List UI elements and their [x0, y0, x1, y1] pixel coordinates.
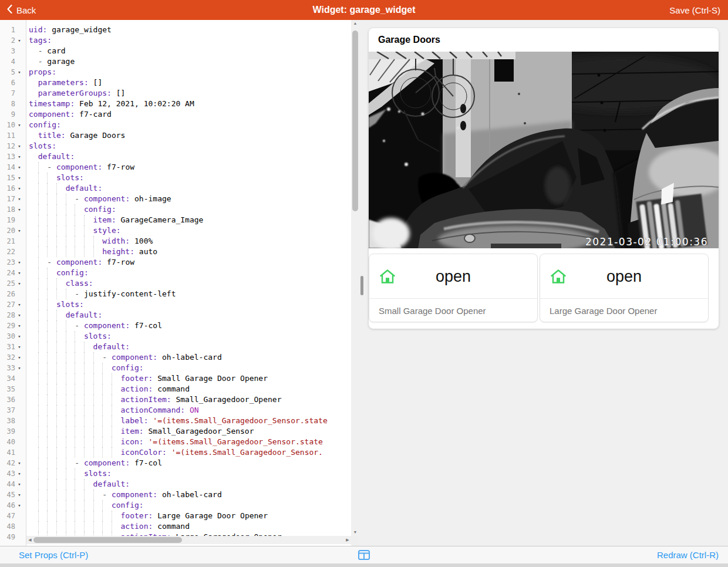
code-editor[interactable]: 1uid: garage_widget2▾tags:3 - card4 - ga…: [0, 20, 359, 546]
fold-toggle[interactable]: ▾: [15, 35, 23, 46]
code-line[interactable]: 36 actionItem: Small_Garagedoor_Opener: [0, 394, 351, 405]
fold-toggle[interactable]: ▾: [15, 458, 23, 468]
fold-toggle[interactable]: ▾: [15, 352, 23, 363]
code-line[interactable]: 26 - justify-content-left: [0, 289, 351, 299]
code-text: actionCommand: ON: [29, 406, 199, 414]
editor-vertical-scrollbar[interactable]: ▲ ▼: [351, 20, 359, 536]
code-line[interactable]: 11 title: Garage Doors: [0, 130, 351, 141]
fold-toggle[interactable]: ▾: [15, 320, 23, 331]
code-line[interactable]: 34 footer: Small Garage Door Opener: [0, 373, 351, 384]
code-line[interactable]: 18▾ config:: [0, 204, 351, 215]
code-line[interactable]: 41 iconColor: '=(items.Small_Garagedoor_…: [0, 447, 351, 458]
code-line[interactable]: 7 parameterGroups: []: [0, 88, 351, 99]
code-text: uid: garage_widget: [29, 25, 112, 34]
back-button[interactable]: Back: [7, 5, 36, 15]
code-line[interactable]: 25▾ class:: [0, 278, 351, 289]
code-line[interactable]: 20▾ style:: [0, 225, 351, 236]
code-line[interactable]: 10▾config:: [0, 120, 351, 130]
fold-toggle[interactable]: ▾: [15, 151, 23, 162]
fold-toggle[interactable]: ▾: [15, 225, 23, 236]
fold-toggle[interactable]: ▾: [15, 120, 23, 130]
code-line[interactable]: 32▾ - component: oh-label-card: [0, 352, 351, 363]
fold-toggle[interactable]: ▾: [15, 141, 23, 151]
fold-toggle[interactable]: ▾: [15, 278, 23, 289]
horizontal-scroll-thumb[interactable]: [33, 537, 182, 543]
code-line[interactable]: 48 action: command: [0, 521, 351, 532]
code-text: item: Small_Garagedoor_Sensor: [29, 427, 254, 436]
fold-toggle[interactable]: ▾: [15, 479, 23, 490]
vertical-scroll-thumb[interactable]: [352, 31, 358, 211]
scroll-left-arrow-icon[interactable]: ◀: [26, 536, 33, 544]
fold-toggle[interactable]: ▾: [15, 331, 23, 342]
back-label: Back: [16, 5, 36, 15]
fold-toggle[interactable]: ▾: [15, 342, 23, 352]
code-line[interactable]: 22 height: auto: [0, 247, 351, 257]
code-line[interactable]: 44▾ default:: [0, 479, 351, 490]
save-button[interactable]: Save (Ctrl-S): [669, 5, 720, 15]
code-line[interactable]: 29▾ - component: f7-col: [0, 320, 351, 331]
fold-toggle[interactable]: ▾: [15, 500, 23, 511]
code-line[interactable]: 28▾ default:: [0, 310, 351, 320]
small-garage-opener-card[interactable]: open Small Garage Door Opener: [369, 254, 538, 322]
fold-toggle[interactable]: ▾: [15, 363, 23, 373]
fold-toggle[interactable]: ▾: [15, 204, 23, 215]
scroll-down-arrow-icon[interactable]: ▼: [351, 529, 359, 536]
code-line[interactable]: 3 - card: [0, 46, 351, 56]
opener-state-label: open: [369, 254, 537, 299]
code-line[interactable]: 27▾ slots:: [0, 299, 351, 310]
code-line[interactable]: 47 footer: Large Garage Door Opener: [0, 511, 351, 521]
opener-card-top: open: [540, 254, 708, 299]
code-line[interactable]: 19 item: GarageCamera_Image: [0, 215, 351, 225]
code-line[interactable]: 6 parameters: []: [0, 77, 351, 88]
redraw-button[interactable]: Redraw (Ctrl-R): [657, 550, 719, 560]
fold-toggle[interactable]: ▾: [15, 67, 23, 77]
fold-toggle[interactable]: ▾: [15, 268, 23, 278]
code-line[interactable]: 14▾ - component: f7-row: [0, 162, 351, 173]
scroll-right-arrow-icon[interactable]: ▶: [344, 536, 351, 544]
code-line[interactable]: 43▾ slots:: [0, 468, 351, 479]
code-text: - component: oh-image: [29, 194, 171, 203]
code-line[interactable]: 23▾ - component: f7-row: [0, 257, 351, 268]
code-line[interactable]: 2▾tags:: [0, 35, 351, 46]
editor-horizontal-scrollbar[interactable]: ◀ ▶: [26, 536, 351, 544]
pane-splitter-handle[interactable]: [360, 276, 363, 295]
line-number: 28: [1, 310, 15, 320]
code-line[interactable]: 38 label: '=(items.Small_Garagedoor_Sens…: [0, 416, 351, 426]
code-line[interactable]: 1uid: garage_widget: [0, 25, 351, 35]
fold-toggle[interactable]: ▾: [15, 173, 23, 183]
code-line[interactable]: 31▾ default:: [0, 342, 351, 352]
code-line[interactable]: 40 icon: '=(items.Small_Garagedoor_Senso…: [0, 437, 351, 447]
set-props-button[interactable]: Set Props (Ctrl-P): [19, 550, 88, 560]
code-line[interactable]: 24▾ config:: [0, 268, 351, 278]
fold-toggle[interactable]: ▾: [15, 194, 23, 204]
code-line[interactable]: 39 item: Small_Garagedoor_Sensor: [0, 426, 351, 437]
code-line[interactable]: 13▾ default:: [0, 151, 351, 162]
fold-toggle[interactable]: ▾: [15, 257, 23, 268]
scroll-up-arrow-icon[interactable]: ▲: [351, 20, 359, 27]
code-line[interactable]: 42▾ - component: f7-col: [0, 458, 351, 468]
code-line[interactable]: 12▾slots:: [0, 141, 351, 151]
code-line[interactable]: 4 - garage: [0, 56, 351, 67]
large-garage-opener-card[interactable]: open Large Garage Door Opener: [540, 254, 709, 322]
code-line[interactable]: 16▾ default:: [0, 183, 351, 194]
code-line[interactable]: 46▾ config:: [0, 500, 351, 511]
code-line[interactable]: 5▾props:: [0, 67, 351, 77]
code-line[interactable]: 21 width: 100%: [0, 236, 351, 247]
fold-toggle[interactable]: ▾: [15, 310, 23, 320]
code-line[interactable]: 30▾ slots:: [0, 331, 351, 342]
split-layout-icon[interactable]: [358, 550, 370, 562]
fold-toggle[interactable]: ▾: [15, 468, 23, 479]
code-line[interactable]: 45▾ - component: oh-label-card: [0, 490, 351, 500]
fold-toggle[interactable]: ▾: [15, 162, 23, 173]
code-line[interactable]: 8timestamp: Feb 12, 2021, 10:02:20 AM: [0, 99, 351, 109]
code-line[interactable]: 35 action: command: [0, 384, 351, 394]
fold-toggle[interactable]: ▾: [15, 183, 23, 194]
code-line[interactable]: 15▾ slots:: [0, 173, 351, 183]
code-line[interactable]: 17▾ - component: oh-image: [0, 194, 351, 204]
fold-toggle[interactable]: ▾: [15, 490, 23, 500]
code-line[interactable]: 9component: f7-card: [0, 109, 351, 120]
fold-toggle[interactable]: ▾: [15, 299, 23, 310]
code-line[interactable]: 33▾ config:: [0, 363, 351, 373]
code-line[interactable]: 37 actionCommand: ON: [0, 405, 351, 416]
line-number: 34: [1, 373, 15, 384]
